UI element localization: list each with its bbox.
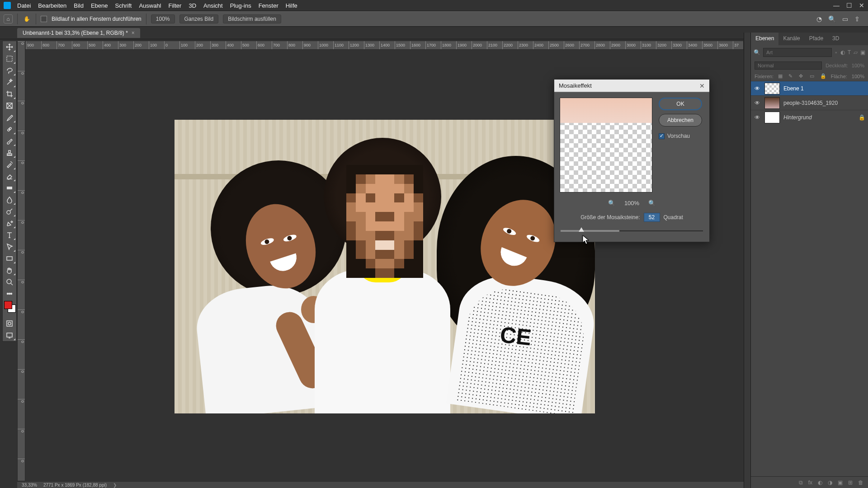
- fill-screen-button[interactable]: Bildschirm ausfüllen: [223, 14, 281, 23]
- maximize-button[interactable]: ☐: [843, 0, 855, 11]
- dodge-tool[interactable]: [3, 206, 16, 217]
- rectangle-tool[interactable]: [3, 253, 16, 264]
- menu-ansicht[interactable]: Ansicht: [203, 2, 223, 9]
- scroll-all-checkbox[interactable]: [41, 16, 47, 22]
- eyedropper-tool[interactable]: [3, 112, 16, 123]
- filter-type-icon[interactable]: T: [848, 49, 851, 56]
- brush-tool[interactable]: [3, 135, 16, 147]
- cell-size-input[interactable]: [644, 213, 660, 222]
- crop-tool[interactable]: [3, 88, 16, 100]
- frame-tool[interactable]: [3, 100, 16, 112]
- layer-row[interactable]: 👁 people-3104635_1920: [751, 95, 868, 110]
- lock-all-icon[interactable]: 🔒: [820, 73, 826, 79]
- status-zoom[interactable]: 33,33%: [22, 483, 37, 488]
- cell-size-slider[interactable]: [561, 226, 703, 235]
- visibility-icon[interactable]: 👁: [754, 85, 761, 92]
- collapsed-panel-strip[interactable]: [744, 33, 750, 488]
- tab-ebenen[interactable]: Ebenen: [751, 33, 778, 45]
- eraser-tool[interactable]: [3, 170, 16, 182]
- tab-kanaele[interactable]: Kanäle: [778, 33, 804, 45]
- layer-filter-input[interactable]: [763, 48, 832, 57]
- filter-smart-icon[interactable]: ▣: [860, 49, 865, 56]
- dialog-close-icon[interactable]: ✕: [699, 82, 705, 89]
- ok-button[interactable]: OK: [659, 98, 702, 110]
- visibility-icon[interactable]: 👁: [754, 114, 761, 121]
- status-more-icon[interactable]: ❯: [113, 483, 117, 488]
- lock-position-icon[interactable]: ✥: [799, 73, 805, 79]
- menu-bild[interactable]: Bild: [74, 2, 84, 9]
- menu-bearbeiten[interactable]: Bearbeiten: [38, 2, 66, 9]
- lasso-tool[interactable]: [3, 65, 16, 76]
- marquee-tool[interactable]: [3, 53, 16, 65]
- menu-ebene[interactable]: Ebene: [91, 2, 108, 9]
- zoom-in-icon[interactable]: 🔍: [648, 200, 656, 206]
- layer-thumbnail[interactable]: [764, 83, 780, 94]
- menu-3d[interactable]: 3D: [189, 2, 196, 9]
- preview-checkbox[interactable]: [659, 133, 665, 139]
- foreground-color[interactable]: [4, 301, 12, 309]
- close-tab-icon[interactable]: ×: [132, 30, 135, 36]
- path-select-tool[interactable]: [3, 241, 16, 253]
- search-icon[interactable]: 🔍: [828, 15, 836, 23]
- vertical-ruler[interactable]: 000000000000000: [17, 41, 25, 481]
- layer-name[interactable]: Hintergrund: [783, 114, 812, 121]
- close-button[interactable]: ✕: [855, 0, 868, 11]
- menu-fenster[interactable]: Fenster: [259, 2, 278, 9]
- layer-row[interactable]: 👁 Hintergrund 🔒: [751, 110, 868, 124]
- dialog-preview[interactable]: [560, 98, 652, 192]
- zoom-100-button[interactable]: 100%: [151, 14, 175, 23]
- zoom-tool[interactable]: [3, 276, 16, 288]
- filter-adjust-icon[interactable]: ◐: [840, 49, 845, 56]
- blur-tool[interactable]: [3, 194, 16, 206]
- dialog-titlebar[interactable]: Mosaikeffekt ✕: [554, 80, 709, 92]
- layer-thumbnail[interactable]: [764, 112, 780, 123]
- minimize-button[interactable]: —: [830, 0, 843, 11]
- visibility-icon[interactable]: 👁: [754, 100, 761, 106]
- home-button[interactable]: ⌂: [4, 14, 13, 23]
- lock-brush-icon[interactable]: ✎: [788, 73, 794, 79]
- workspace-icon[interactable]: ▭: [842, 15, 848, 23]
- menu-schrift[interactable]: Schrift: [115, 2, 132, 9]
- document-tab[interactable]: Unbenannt-1 bei 33,3% (Ebene 1, RGB/8) *…: [17, 28, 140, 38]
- menu-auswahl[interactable]: Auswahl: [139, 2, 161, 9]
- gradient-tool[interactable]: [3, 182, 16, 194]
- hand-tool[interactable]: [3, 264, 16, 276]
- layer-name[interactable]: people-3104635_1920: [783, 100, 838, 106]
- screenmode-toggle[interactable]: [3, 329, 16, 341]
- fx-icon[interactable]: fx: [808, 479, 812, 486]
- filter-image-icon[interactable]: ▫: [835, 49, 838, 56]
- heal-tool[interactable]: [3, 123, 16, 135]
- magic-wand-tool[interactable]: [3, 76, 16, 88]
- zoom-out-icon[interactable]: 🔍: [608, 200, 615, 206]
- move-tool[interactable]: [3, 41, 16, 53]
- share-icon[interactable]: ⇪: [854, 15, 860, 23]
- filter-shape-icon[interactable]: ▱: [854, 49, 858, 56]
- delete-layer-icon[interactable]: 🗑: [858, 479, 863, 486]
- menu-filter[interactable]: Filter: [169, 2, 182, 9]
- mask-icon[interactable]: ◐: [818, 479, 822, 486]
- menu-plugins[interactable]: Plug-ins: [230, 2, 251, 9]
- quickmask-toggle[interactable]: [3, 318, 16, 329]
- type-tool[interactable]: [3, 229, 16, 241]
- layer-thumbnail[interactable]: [764, 97, 780, 109]
- link-layers-icon[interactable]: ⧉: [799, 479, 803, 486]
- menu-datei[interactable]: Datei: [17, 2, 31, 9]
- color-swatches[interactable]: [3, 300, 16, 318]
- lock-pixels-icon[interactable]: ▦: [778, 73, 784, 79]
- layer-row[interactable]: 👁 Ebene 1: [751, 81, 868, 95]
- horizontal-ruler[interactable]: 9008007006005004003002001000100200300400…: [25, 41, 744, 50]
- stamp-tool[interactable]: [3, 147, 16, 159]
- menu-hilfe[interactable]: Hilfe: [286, 2, 297, 9]
- opacity-value[interactable]: 100%: [852, 63, 864, 68]
- blend-mode-select[interactable]: Normal: [755, 61, 822, 70]
- tab-pfade[interactable]: Pfade: [805, 33, 828, 45]
- fill-value[interactable]: 100%: [852, 74, 864, 79]
- new-layer-icon[interactable]: ⊞: [848, 479, 853, 486]
- group-icon[interactable]: ▣: [838, 479, 843, 486]
- fit-screen-button[interactable]: Ganzes Bild: [179, 14, 219, 23]
- status-info[interactable]: 2771 Px x 1869 Px (182,88 ppi): [43, 483, 107, 488]
- lock-artboard-icon[interactable]: ▭: [810, 73, 816, 79]
- cancel-button[interactable]: Abbrechen: [659, 114, 702, 127]
- layer-name[interactable]: Ebene 1: [783, 85, 804, 92]
- adjustment-icon[interactable]: ◑: [828, 479, 832, 486]
